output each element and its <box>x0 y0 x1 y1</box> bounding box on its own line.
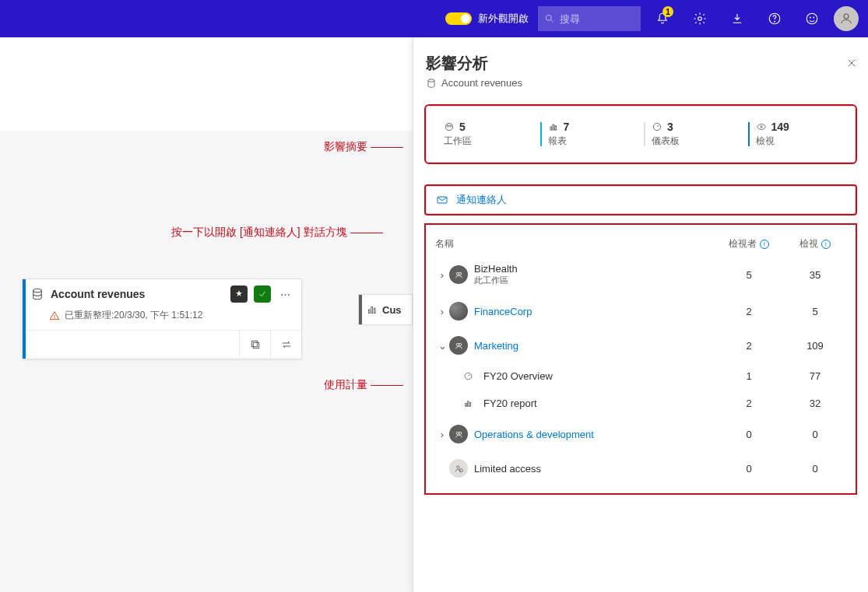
table-row[interactable]: ›BizHealth此工作區535 <box>429 255 852 294</box>
node-title: Account revenues <box>51 288 224 300</box>
search-icon <box>544 13 555 24</box>
search-box[interactable] <box>538 6 641 31</box>
node-refresh-text: 已重新整理:20/3/30, 下午 1:51:12 <box>65 309 202 322</box>
svg-point-38 <box>459 432 461 434</box>
callout-summary: 影響摘要 <box>324 140 403 154</box>
table-row[interactable]: ⌄Marketing2109 <box>429 328 852 363</box>
dataset-node-card[interactable]: Account revenues ⋯ 已重新整理:20/3/30, 下午 1:5… <box>22 278 302 359</box>
usage-metrics-table: 名稱 檢視者i 檢視i ›BizHealth此工作區535›FinanceCor… <box>426 225 856 493</box>
svg-point-7 <box>814 17 814 18</box>
row-views: 0 <box>784 429 846 440</box>
row-views: 5 <box>784 306 846 317</box>
svg-rect-16 <box>374 308 375 313</box>
table-row[interactable]: Limited access00 <box>429 451 852 485</box>
table-row[interactable]: ›FinanceCorp25 <box>429 294 852 328</box>
info-icon[interactable]: i <box>821 240 831 249</box>
svg-point-11 <box>54 317 55 318</box>
download-icon[interactable] <box>722 3 753 34</box>
chevron-icon[interactable]: ⌄ <box>435 340 449 352</box>
svg-point-37 <box>456 432 459 434</box>
row-name: FY20 report <box>483 398 714 409</box>
svg-line-1 <box>551 20 553 23</box>
views-icon <box>756 121 767 132</box>
row-views: 77 <box>784 370 846 382</box>
row-name: FY20 Overview <box>483 370 714 382</box>
row-views: 0 <box>784 463 846 475</box>
notify-contacts-button[interactable]: 通知連絡人 <box>426 186 856 214</box>
svg-point-30 <box>459 272 461 275</box>
top-navbar: 新外觀開啟 1 <box>0 0 868 37</box>
row-name[interactable]: FinanceCorp <box>474 306 714 317</box>
report-icon <box>463 398 476 408</box>
summary-views: 149 檢視 <box>745 121 849 148</box>
summary-dashboards: 3 儀表板 <box>641 121 745 148</box>
svg-rect-23 <box>550 127 551 130</box>
feedback-icon[interactable] <box>796 3 828 34</box>
chevron-icon[interactable]: › <box>435 269 449 281</box>
search-input[interactable] <box>560 13 630 25</box>
impact-summary-card: 5 工作區 7 報表 3 儀表板 149 檢視 <box>426 106 856 163</box>
chevron-icon[interactable]: › <box>435 306 449 317</box>
info-icon[interactable]: i <box>760 240 769 249</box>
callout-notify: 按一下以開啟 [通知連絡人] 對話方塊 <box>171 226 383 240</box>
svg-point-27 <box>760 126 761 128</box>
panel-title: 影響分析 <box>426 53 856 74</box>
svg-point-6 <box>810 17 810 18</box>
close-panel-icon[interactable] <box>846 58 857 71</box>
row-views: 109 <box>784 340 846 352</box>
notifications-icon[interactable]: 1 <box>647 3 678 34</box>
row-viewers: 5 <box>714 269 784 281</box>
table-child-row[interactable]: FY20 report232 <box>429 390 852 417</box>
svg-point-8 <box>844 14 849 19</box>
svg-rect-35 <box>467 401 469 407</box>
settings-icon[interactable] <box>684 3 715 34</box>
new-look-label: 新外觀開啟 <box>478 12 529 26</box>
node-swap-icon[interactable] <box>270 331 301 359</box>
row-viewers: 1 <box>714 370 784 382</box>
table-row[interactable]: ›Operations & development00 <box>429 417 852 451</box>
report-node-card[interactable]: Cus <box>358 294 413 325</box>
user-avatar[interactable] <box>834 6 859 31</box>
svg-point-19 <box>428 79 434 82</box>
dataset-small-icon <box>426 78 437 89</box>
callout-usage: 使用計量 <box>324 378 403 392</box>
svg-rect-36 <box>469 402 471 406</box>
row-viewers: 0 <box>714 429 784 440</box>
svg-rect-15 <box>371 307 373 314</box>
th-name: 名稱 <box>435 237 714 250</box>
workspace-icon <box>449 425 468 443</box>
help-icon[interactable] <box>759 3 790 34</box>
svg-rect-24 <box>552 124 553 130</box>
svg-point-5 <box>807 13 817 24</box>
certified-chip-icon <box>254 285 271 303</box>
row-name: BizHealth此工作區 <box>474 263 714 286</box>
node-more-icon[interactable]: ⋯ <box>277 289 293 300</box>
svg-point-29 <box>456 272 459 275</box>
chevron-icon[interactable]: › <box>435 429 449 440</box>
summary-reports: 7 報表 <box>537 121 641 148</box>
row-views: 35 <box>784 269 846 281</box>
dataset-icon <box>30 287 44 301</box>
dashboard-icon <box>652 121 662 132</box>
node-copy-icon[interactable] <box>239 331 270 359</box>
row-name[interactable]: Operations & development <box>474 429 714 440</box>
svg-rect-14 <box>368 310 370 314</box>
row-viewers: 2 <box>714 398 784 409</box>
row-name[interactable]: Marketing <box>474 340 714 352</box>
row-name: Limited access <box>474 463 714 475</box>
row-viewers: 2 <box>714 306 784 317</box>
report-icon <box>367 304 378 315</box>
svg-point-2 <box>698 17 702 21</box>
th-views: 檢視i <box>784 237 846 250</box>
table-child-row[interactable]: FY20 Overview177 <box>429 363 852 390</box>
svg-point-4 <box>775 21 775 22</box>
row-views: 32 <box>784 398 846 409</box>
svg-point-21 <box>447 125 448 127</box>
svg-point-20 <box>445 123 452 130</box>
node2-label: Cus <box>382 304 402 316</box>
svg-rect-28 <box>438 197 447 203</box>
new-look-toggle[interactable] <box>445 12 472 25</box>
endorsement-chip-icon <box>230 285 248 303</box>
th-viewers: 檢視者i <box>714 237 784 250</box>
limited-access-icon <box>449 459 468 478</box>
